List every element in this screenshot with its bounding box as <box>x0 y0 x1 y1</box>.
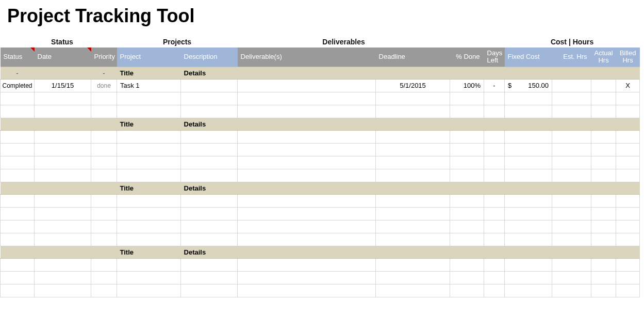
cell-billed-hrs[interactable] <box>616 233 640 246</box>
cell-pct-done[interactable] <box>450 143 484 156</box>
cell-actual-hrs[interactable] <box>591 92 616 105</box>
cell-deliverable[interactable] <box>238 258 376 271</box>
cell-days-left[interactable] <box>484 271 505 284</box>
cell-days-left[interactable] <box>484 130 505 143</box>
cell-actual-hrs[interactable] <box>591 271 616 284</box>
cell-project[interactable]: Task 1 <box>117 79 181 92</box>
cell-status[interactable] <box>1 233 35 246</box>
cell-date[interactable]: 1/15/15 <box>35 79 91 92</box>
cell-pct-done[interactable] <box>450 258 484 271</box>
cell-actual-hrs[interactable] <box>591 258 616 271</box>
cell-pct-done[interactable] <box>450 169 484 182</box>
cell-project[interactable] <box>117 271 181 284</box>
cell-pct-done[interactable] <box>450 156 484 169</box>
cell-fixed-cost[interactable] <box>505 169 552 182</box>
cell-date[interactable] <box>35 271 91 284</box>
cell-days-left[interactable] <box>484 105 505 118</box>
cell-actual-hrs[interactable] <box>591 105 616 118</box>
cell-description[interactable] <box>181 143 238 156</box>
cell-billed-hrs[interactable] <box>616 207 640 220</box>
cell-deliverable[interactable] <box>238 92 376 105</box>
cell-priority[interactable] <box>91 233 117 246</box>
cell-deadline[interactable] <box>376 220 450 233</box>
cell-actual-hrs[interactable] <box>591 130 616 143</box>
cell-billed-hrs[interactable] <box>616 143 640 156</box>
cell-date[interactable] <box>35 92 91 105</box>
cell-date[interactable] <box>35 233 91 246</box>
cell-days-left[interactable] <box>484 92 505 105</box>
col-days-left[interactable]: Days Left <box>484 48 505 67</box>
cell-pct-done[interactable] <box>450 207 484 220</box>
cell-est-hrs[interactable] <box>552 143 591 156</box>
cell-description[interactable] <box>181 220 238 233</box>
cell-status[interactable] <box>1 169 35 182</box>
cell-fixed-cost[interactable] <box>505 271 552 284</box>
cell-status[interactable] <box>1 92 35 105</box>
cell-deliverable[interactable] <box>238 271 376 284</box>
cell-est-hrs[interactable] <box>552 92 591 105</box>
cell-deadline[interactable] <box>376 233 450 246</box>
cell-deliverable[interactable] <box>238 194 376 207</box>
cell-deadline[interactable] <box>376 92 450 105</box>
cell-days-left[interactable] <box>484 258 505 271</box>
cell-priority[interactable] <box>91 271 117 284</box>
cell-billed-hrs[interactable] <box>616 258 640 271</box>
cell-status[interactable] <box>1 271 35 284</box>
cell-fixed-cost[interactable] <box>505 258 552 271</box>
cell-actual-hrs[interactable] <box>591 233 616 246</box>
cell-billed-hrs[interactable] <box>616 92 640 105</box>
cell-date[interactable] <box>35 130 91 143</box>
cell-fixed-cost[interactable] <box>505 130 552 143</box>
cell-deliverable[interactable] <box>238 156 376 169</box>
cell-deliverable[interactable] <box>238 284 376 297</box>
cell-fixed-cost[interactable]: $150.00 <box>505 79 552 92</box>
col-description[interactable]: Description <box>181 48 238 67</box>
cell-actual-hrs[interactable] <box>591 207 616 220</box>
cell-priority[interactable] <box>91 143 117 156</box>
cell-days-left[interactable]: - <box>484 79 505 92</box>
cell-pct-done[interactable] <box>450 194 484 207</box>
cell-days-left[interactable] <box>484 169 505 182</box>
cell-fixed-cost[interactable] <box>505 233 552 246</box>
cell-deadline[interactable] <box>376 169 450 182</box>
cell-project[interactable] <box>117 130 181 143</box>
cell-deadline[interactable] <box>376 156 450 169</box>
cell-pct-done[interactable] <box>450 220 484 233</box>
cell-description[interactable] <box>181 92 238 105</box>
cell-deliverable[interactable] <box>238 169 376 182</box>
cell-billed-hrs[interactable] <box>616 169 640 182</box>
cell-status[interactable] <box>1 258 35 271</box>
cell-est-hrs[interactable] <box>552 79 591 92</box>
cell-billed-hrs[interactable] <box>616 284 640 297</box>
cell-deliverable[interactable] <box>238 143 376 156</box>
col-est-hrs[interactable]: Est. Hrs <box>552 48 591 67</box>
cell-date[interactable] <box>35 258 91 271</box>
cell-billed-hrs[interactable] <box>616 220 640 233</box>
cell-fixed-cost[interactable] <box>505 194 552 207</box>
cell-billed-hrs[interactable] <box>616 105 640 118</box>
cell-deadline[interactable] <box>376 130 450 143</box>
cell-deliverable[interactable] <box>238 130 376 143</box>
cell-est-hrs[interactable] <box>552 220 591 233</box>
cell-actual-hrs[interactable] <box>591 143 616 156</box>
cell-date[interactable] <box>35 143 91 156</box>
cell-est-hrs[interactable] <box>552 130 591 143</box>
cell-status[interactable] <box>1 220 35 233</box>
cell-est-hrs[interactable] <box>552 284 591 297</box>
cell-pct-done[interactable] <box>450 284 484 297</box>
cell-date[interactable] <box>35 220 91 233</box>
cell-priority[interactable] <box>91 130 117 143</box>
cell-description[interactable] <box>181 258 238 271</box>
cell-billed-hrs[interactable] <box>616 130 640 143</box>
cell-deadline[interactable] <box>376 105 450 118</box>
cell-status[interactable] <box>1 156 35 169</box>
cell-description[interactable] <box>181 169 238 182</box>
col-actual-hrs[interactable]: Actual Hrs <box>591 48 616 67</box>
cell-deliverable[interactable] <box>238 220 376 233</box>
cell-fixed-cost[interactable] <box>505 92 552 105</box>
cell-actual-hrs[interactable] <box>591 156 616 169</box>
cell-priority[interactable] <box>91 207 117 220</box>
cell-status[interactable] <box>1 130 35 143</box>
cell-pct-done[interactable] <box>450 233 484 246</box>
cell-project[interactable] <box>117 156 181 169</box>
